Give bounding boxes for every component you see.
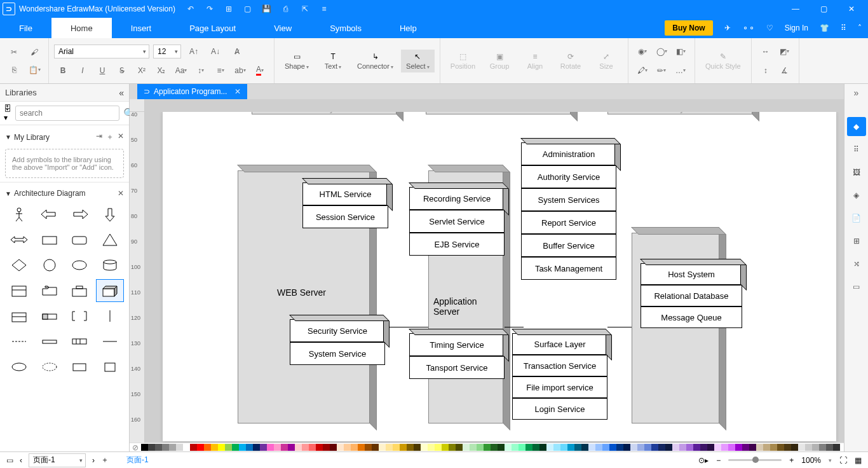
- color-swatch[interactable]: [742, 444, 749, 451]
- color-swatch[interactable]: [239, 444, 246, 451]
- zoom-in-icon[interactable]: +: [789, 456, 794, 465]
- bullets-icon[interactable]: ≡: [212, 63, 229, 78]
- color-swatch[interactable]: [637, 444, 644, 451]
- zoom-slider[interactable]: [728, 459, 782, 461]
- collapse-ribbon-icon[interactable]: ˄: [858, 24, 862, 32]
- color-swatch[interactable]: [672, 444, 679, 451]
- clear-format-icon[interactable]: A̷: [228, 44, 246, 59]
- color-swatch[interactable]: [686, 444, 693, 451]
- shape-ellipse2[interactable]: [5, 355, 33, 378]
- color-swatch[interactable]: [414, 444, 421, 451]
- color-swatch[interactable]: [532, 444, 539, 451]
- color-swatch[interactable]: [323, 444, 330, 451]
- shape-dash-line[interactable]: [5, 330, 33, 353]
- page-select[interactable]: 页面-1: [29, 453, 86, 467]
- outline-panel-icon[interactable]: ⊞: [847, 231, 866, 251]
- color-swatch[interactable]: [477, 444, 484, 451]
- color-swatch[interactable]: [693, 444, 700, 451]
- next-page-icon[interactable]: ›: [92, 456, 95, 465]
- font-family-select[interactable]: Arial: [54, 45, 149, 59]
- color-swatch[interactable]: [574, 444, 581, 451]
- color-swatch[interactable]: [526, 444, 532, 451]
- html-service-box[interactable]: HTML Service: [302, 182, 388, 205]
- color-swatch[interactable]: [539, 444, 546, 451]
- shape-rect[interactable]: [36, 228, 64, 251]
- shape-3d-box[interactable]: [96, 279, 124, 302]
- search-input[interactable]: [15, 106, 119, 121]
- shape-cylinder[interactable]: [96, 254, 124, 277]
- connector-3[interactable]: [607, 327, 632, 327]
- shape-pattern[interactable]: [66, 330, 94, 353]
- same-width-icon[interactable]: ↔: [757, 44, 775, 59]
- color-swatch[interactable]: [428, 444, 435, 451]
- color-swatch[interactable]: [260, 444, 267, 451]
- tx-box[interactable]: Transaction Service: [512, 355, 607, 376]
- admin-box[interactable]: Administration: [521, 142, 616, 165]
- zoom-out-icon[interactable]: −: [716, 456, 721, 465]
- spacing-icon[interactable]: ↕: [192, 63, 210, 78]
- add-icon[interactable]: ＋: [106, 132, 114, 142]
- my-library-header[interactable]: ▼ My Library ⇥ ＋ ✕: [5, 129, 124, 145]
- color-swatch[interactable]: [826, 444, 833, 451]
- color-swatch[interactable]: [651, 444, 658, 451]
- layers-panel-icon[interactable]: ◈: [847, 186, 866, 205]
- login-box[interactable]: Login Service: [512, 398, 607, 420]
- color-swatch[interactable]: [700, 444, 707, 451]
- shape-card[interactable]: [5, 305, 33, 327]
- color-swatch[interactable]: [609, 444, 616, 451]
- collapse-right-icon[interactable]: »: [854, 88, 859, 102]
- font-color-icon[interactable]: A: [251, 63, 269, 78]
- color-swatch[interactable]: [274, 444, 281, 451]
- color-swatch[interactable]: [358, 444, 365, 451]
- color-swatch[interactable]: [267, 444, 274, 451]
- fill-icon[interactable]: ◉: [634, 44, 651, 59]
- color-swatch[interactable]: [379, 444, 386, 451]
- color-swatch[interactable]: [449, 444, 456, 451]
- transport-box[interactable]: Tansport Service: [409, 356, 505, 379]
- color-swatch[interactable]: [679, 444, 686, 451]
- page-panel-icon[interactable]: 📄: [847, 209, 866, 228]
- color-swatch[interactable]: [728, 444, 735, 451]
- color-swatch[interactable]: [491, 444, 498, 451]
- select-tool[interactable]: ↖Select: [401, 50, 435, 72]
- color-swatch[interactable]: [519, 444, 526, 451]
- color-swatch[interactable]: [735, 444, 742, 451]
- superscript-icon[interactable]: X²: [133, 63, 151, 78]
- shape-rect4[interactable]: [96, 355, 124, 378]
- color-swatch[interactable]: [546, 444, 553, 451]
- same-angle-icon[interactable]: ∡: [776, 63, 794, 78]
- crop-icon[interactable]: ◩: [776, 44, 794, 59]
- arch-diagram-header[interactable]: ▼ Architecture Diagram ✕: [5, 186, 124, 200]
- color-swatch[interactable]: [595, 444, 602, 451]
- shape-ellipse[interactable]: [66, 254, 94, 277]
- color-swatch[interactable]: [714, 444, 721, 451]
- color-swatch[interactable]: [148, 444, 155, 451]
- export-icon[interactable]: ⇱: [300, 4, 310, 14]
- fit-page-icon[interactable]: ⛶: [839, 456, 847, 465]
- shadow-icon[interactable]: ◧: [672, 44, 689, 59]
- strike-icon[interactable]: S̶: [113, 63, 131, 78]
- shape-line-h[interactable]: [96, 330, 124, 353]
- color-swatch[interactable]: [623, 444, 630, 451]
- fill-color-icon[interactable]: 🖍: [634, 63, 651, 78]
- decrease-font-icon[interactable]: A↓: [207, 44, 224, 59]
- color-swatch[interactable]: [288, 444, 295, 451]
- color-swatch[interactable]: [630, 444, 637, 451]
- color-swatch[interactable]: [232, 444, 239, 451]
- color-swatch[interactable]: [190, 444, 197, 451]
- fileimp-box[interactable]: File import service: [512, 376, 607, 398]
- minimize-button[interactable]: —: [782, 0, 810, 18]
- share-icon[interactable]: ⚬⚬: [742, 24, 755, 32]
- increase-font-icon[interactable]: A↑: [185, 44, 203, 59]
- shape-tab-box[interactable]: [66, 279, 94, 302]
- tab-file[interactable]: File: [0, 18, 51, 38]
- color-swatch[interactable]: [498, 444, 505, 451]
- color-swatch[interactable]: [602, 444, 609, 451]
- document-tab[interactable]: ⊃ Applicaton Program... ✕: [137, 84, 247, 99]
- shape-brackets[interactable]: [66, 305, 94, 327]
- color-swatch[interactable]: [225, 444, 232, 451]
- format-painter-icon[interactable]: 🖌: [25, 45, 43, 60]
- servlet-box[interactable]: Servlet Service: [409, 210, 505, 233]
- italic-icon[interactable]: I: [74, 63, 92, 78]
- color-swatch[interactable]: [805, 444, 812, 451]
